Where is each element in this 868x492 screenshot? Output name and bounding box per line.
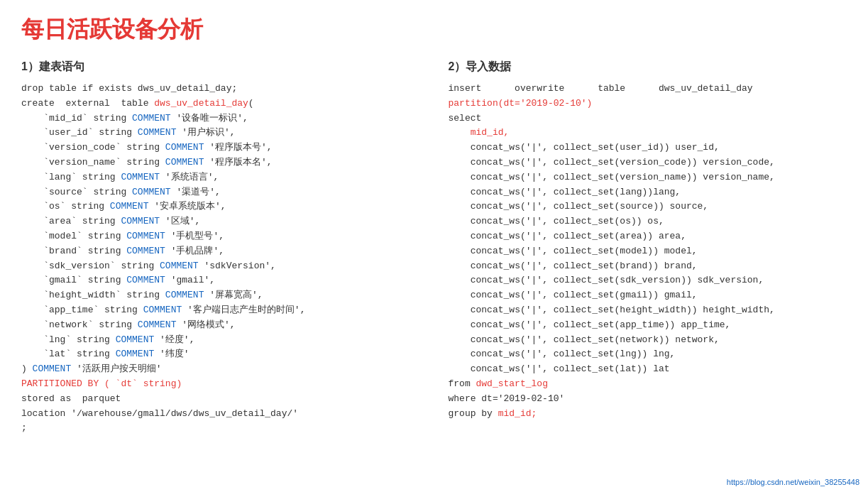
create-table-code: drop table if exists dws_uv_detail_day; … [21,82,420,436]
page-title: 每日活跃设备分析 [21,14,847,45]
section-create-table: 1）建表语句 drop table if exists dws_uv_detai… [21,60,420,436]
watermark: https://blog.csdn.net/weixin_38255448 [727,478,859,486]
section1-title: 1）建表语句 [21,60,420,75]
insert-data-code: insert overwrite table dws_uv_detail_day… [449,82,847,421]
section-insert-data: 2）导入数据 insert overwrite table dws_uv_det… [449,60,847,421]
section2-title: 2）导入数据 [449,60,847,75]
